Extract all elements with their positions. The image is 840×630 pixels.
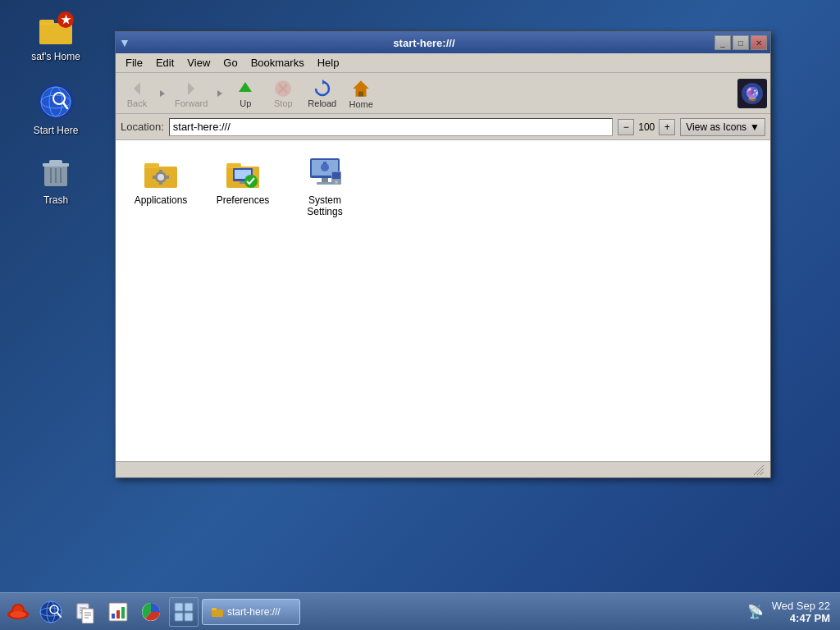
taskbar: start-here:/// 📡 Wed Sep 22 4:47 PM	[0, 592, 840, 630]
back-button[interactable]: Back	[119, 77, 155, 110]
menu-bookmarks[interactable]: Bookmarks	[244, 55, 311, 71]
home-folder-icon: ★	[36, 8, 75, 48]
svg-point-50	[321, 163, 329, 171]
taskbar-chart-icon[interactable]	[103, 597, 133, 627]
desktop-icon-trash[interactable]: Trash	[23, 152, 89, 206]
svg-rect-55	[332, 172, 340, 179]
reload-button[interactable]: Reload	[303, 77, 341, 110]
svg-rect-82	[121, 607, 125, 619]
home-button[interactable]: Home	[343, 76, 379, 111]
desktop: ★ saf's Home Start Here	[0, 0, 840, 630]
applications-icon[interactable]: Applications	[124, 148, 198, 221]
svg-marker-18	[134, 82, 140, 95]
taskbar-browser-icon[interactable]	[36, 597, 66, 627]
toolbar: Back Forward Up	[116, 73, 770, 114]
system-settings-label: System Settings	[291, 194, 358, 217]
desktop-icon-home[interactable]: ★ saf's Home	[23, 8, 89, 62]
window-titlebar[interactable]: ▼ start-here:/// _ □ ✕	[116, 32, 770, 53]
svg-point-56	[335, 180, 338, 184]
taskbar-windows-icon[interactable]	[169, 597, 199, 627]
trash-icon-label: Trash	[43, 194, 68, 206]
menu-edit[interactable]: Edit	[149, 55, 180, 71]
svg-rect-51	[323, 162, 326, 164]
zoom-controls: − 100 +	[618, 119, 675, 135]
forward-dropdown[interactable]	[214, 79, 226, 108]
svg-rect-14	[49, 160, 62, 165]
svg-rect-38	[159, 181, 162, 185]
menu-view[interactable]: View	[180, 55, 217, 71]
zoom-plus-button[interactable]: +	[659, 119, 675, 135]
taskbar-start-here-button[interactable]: start-here:///	[202, 599, 300, 625]
taskbar-folder-icon	[211, 605, 224, 619]
menu-file[interactable]: File	[119, 55, 149, 71]
system-tray: 📡 Wed Sep 22 4:47 PM	[747, 600, 837, 624]
svg-rect-84	[175, 603, 183, 611]
svg-text:🔮: 🔮	[744, 86, 760, 102]
view-as-icons-dropdown[interactable]: View as Icons ▼	[680, 118, 765, 136]
up-icon	[235, 79, 255, 98]
taskbar-start-icon[interactable]	[3, 597, 33, 627]
close-button[interactable]: ✕	[751, 35, 767, 50]
applications-folder-icon	[141, 152, 180, 191]
resize-handle[interactable]	[752, 463, 765, 477]
svg-rect-85	[185, 603, 193, 611]
view-label: View as Icons	[686, 121, 746, 133]
svg-rect-37	[159, 170, 162, 173]
preferences-folder-icon	[223, 152, 262, 191]
home-icon	[350, 78, 372, 99]
svg-marker-20	[188, 82, 194, 95]
taskbar-pie-icon[interactable]	[136, 597, 166, 627]
svg-rect-86	[175, 613, 183, 621]
systray-network-icon[interactable]: 📡	[747, 604, 764, 619]
preferences-label: Preferences	[217, 194, 270, 206]
view-dropdown-arrow: ▼	[750, 121, 760, 133]
systray-icons: 📡	[747, 604, 764, 619]
svg-rect-87	[185, 613, 193, 621]
titlebar-arrow: ▼	[119, 36, 130, 49]
file-manager-window: ▼ start-here:/// _ □ ✕ File Edit View Go…	[115, 31, 771, 478]
location-label: Location:	[121, 121, 164, 133]
zoom-value: 100	[636, 121, 657, 133]
forward-button[interactable]: Forward	[170, 77, 212, 110]
system-settings-icon[interactable]: System Settings	[288, 148, 362, 221]
back-icon	[127, 79, 147, 98]
content-area: Applications	[116, 140, 770, 461]
svg-text:★: ★	[61, 13, 71, 26]
preferences-icon[interactable]: Preferences	[206, 148, 280, 221]
desktop-icon-start-here[interactable]: Start Here	[23, 82, 89, 136]
svg-rect-75	[82, 609, 94, 623]
start-here-icon-label: Start Here	[34, 125, 79, 136]
svg-rect-28	[358, 91, 364, 97]
svg-rect-53	[317, 182, 333, 185]
konqueror-logo: 🔮	[737, 79, 767, 108]
clock-time: 4:47 PM	[772, 612, 830, 624]
start-here-icon	[36, 82, 75, 121]
up-button[interactable]: Up	[227, 77, 263, 110]
menubar: File Edit View Go Bookmarks Help	[116, 53, 770, 73]
zoom-minus-button[interactable]: −	[618, 119, 634, 135]
taskbar-docs-icon[interactable]	[71, 597, 100, 627]
svg-rect-81	[116, 610, 120, 619]
svg-line-59	[760, 472, 764, 475]
clock: Wed Sep 22 4:47 PM	[772, 600, 837, 624]
window-controls: _ □ ✕	[714, 35, 767, 50]
maximize-button[interactable]: □	[733, 35, 749, 50]
svg-marker-19	[160, 90, 165, 97]
menu-help[interactable]: Help	[311, 55, 346, 71]
location-input[interactable]	[169, 118, 614, 136]
menu-go[interactable]: Go	[217, 55, 244, 71]
home-icon-label: saf's Home	[31, 51, 80, 62]
taskbar-app-label: start-here:///	[227, 606, 281, 618]
svg-rect-89	[212, 608, 217, 610]
back-dropdown[interactable]	[157, 79, 168, 108]
locationbar: Location: − 100 + View as Icons ▼	[116, 114, 770, 140]
svg-marker-21	[217, 90, 222, 97]
stop-icon	[273, 79, 293, 98]
forward-icon	[181, 79, 201, 98]
stop-button[interactable]: Stop	[265, 77, 301, 110]
minimize-button[interactable]: _	[714, 35, 731, 50]
taskbar-left	[3, 597, 66, 627]
svg-point-63	[10, 611, 26, 618]
svg-point-36	[158, 174, 164, 180]
svg-rect-40	[166, 176, 169, 179]
